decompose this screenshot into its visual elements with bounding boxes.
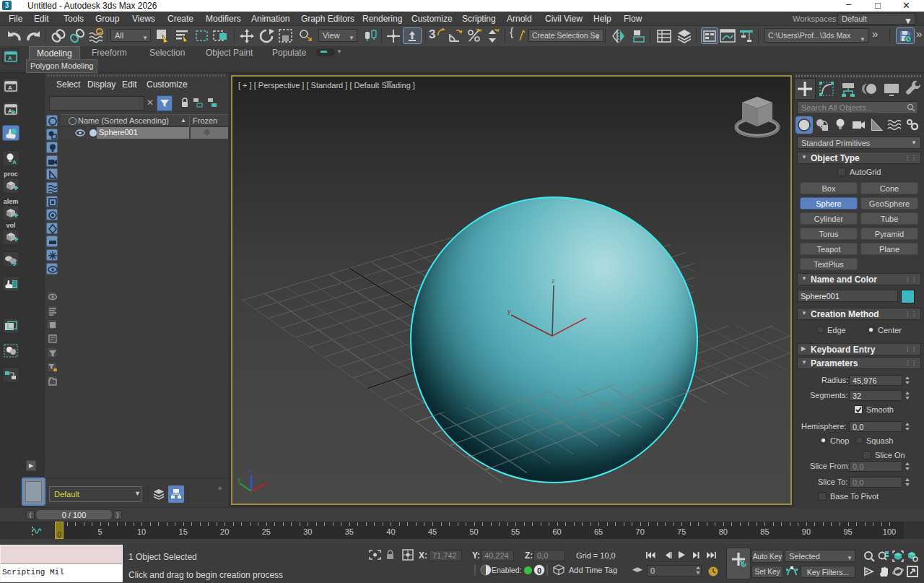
svg-text:y: y — [237, 476, 240, 483]
svg-text:A: A — [8, 55, 12, 61]
svg-text:x: x — [266, 480, 269, 487]
svg-text:y: y — [507, 308, 511, 315]
svg-text:z: z — [248, 467, 251, 474]
svg-text:z: z — [552, 277, 555, 285]
svg-text:A: A — [12, 159, 17, 165]
svg-text:A: A — [8, 108, 12, 114]
svg-text:A: A — [8, 85, 12, 91]
